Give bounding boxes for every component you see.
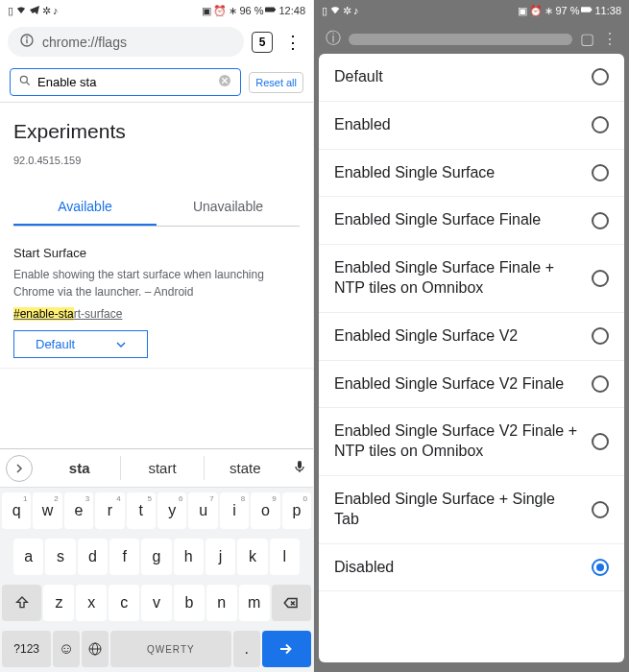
key-r[interactable]: r4 [95,492,124,529]
key-h[interactable]: h [174,539,204,575]
wifi-icon [329,4,341,17]
option-row[interactable]: Disabled [319,544,624,592]
suggestion-3[interactable]: state [205,456,286,480]
notification-icon: ▯ [8,5,13,17]
radio-icon[interactable] [592,212,609,229]
status-left-icons: ▯ ✲ ♪ [322,4,359,17]
tab-unavailable[interactable]: Unavailable [157,189,300,226]
option-row[interactable]: Enabled Single Surface Finale + NTP tile… [319,245,624,313]
shift-key[interactable] [2,585,41,621]
radio-icon[interactable] [592,375,609,393]
overflow-menu-icon[interactable]: ⋮ [280,34,305,51]
key-f[interactable]: f [109,539,139,575]
key-k[interactable]: k [237,539,267,575]
key-w[interactable]: w2 [33,492,61,529]
option-row[interactable]: Enabled [319,102,624,150]
flag-title: Start Surface [13,246,300,260]
period-key[interactable]: . [233,631,260,667]
overflow-menu-icon: ⋮ [602,30,617,48]
omnibox[interactable]: chrome://flags [8,27,244,57]
battery-icon [265,4,277,17]
keyboard-row-1: q1w2e3r4t5y6u7i8o9p0 [0,488,313,534]
keyboard-row-2: asdfghjkl [0,534,313,580]
svg-rect-13 [591,9,592,11]
radio-icon[interactable] [592,68,609,85]
omnibox-text: chrome://flags [42,35,127,50]
radio-icon[interactable] [592,501,609,518]
search-box[interactable] [10,68,241,96]
nfc-icon: ▣ [202,5,211,17]
option-row[interactable]: Enabled Single Surface + Single Tab [319,476,624,544]
key-m[interactable]: m [239,585,270,621]
flag-dropdown[interactable]: Default [13,330,148,358]
key-x[interactable]: x [76,585,107,621]
clock-text: 12:48 [278,5,305,16]
emoji-key[interactable]: ☺ [53,631,80,667]
option-row[interactable]: Enabled Single Surface V2 Finale [319,361,624,409]
notification-icon: ▯ [322,5,327,17]
key-q[interactable]: q1 [2,492,31,529]
flag-tag[interactable]: #enable-start-surface [13,307,122,321]
space-key[interactable]: QWERTY [110,631,231,667]
key-s[interactable]: s [45,539,75,575]
key-g[interactable]: g [141,539,171,575]
suggestion-2[interactable]: start [121,456,204,480]
telegram-icon [29,4,40,17]
suggestion-expand-icon[interactable] [6,455,33,482]
search-input[interactable] [37,75,211,89]
radio-icon[interactable] [592,164,609,181]
option-row[interactable]: Default [319,54,624,102]
suggestion-1[interactable]: sta [38,456,121,480]
key-y[interactable]: y6 [157,492,186,529]
radio-icon[interactable] [592,270,609,287]
info-icon [19,33,35,51]
radio-icon[interactable] [592,433,609,450]
radio-icon[interactable] [592,327,609,345]
key-l[interactable]: l [270,539,300,575]
key-t[interactable]: t5 [127,492,156,529]
key-v[interactable]: v [141,585,172,621]
key-a[interactable]: a [13,539,43,575]
key-b[interactable]: b [174,585,205,621]
option-row[interactable]: Enabled Single Surface V2 Finale + NTP t… [319,408,624,476]
key-d[interactable]: d [78,539,108,575]
key-n[interactable]: n [206,585,237,621]
search-icon [18,74,32,90]
key-i[interactable]: i8 [220,492,249,529]
enter-key[interactable] [262,631,311,667]
status-bar: ▯ ✲ ♪ ▣ ⏰ ∗ 96 % 12:48 [0,0,313,21]
option-row[interactable]: Enabled Single Surface V2 [319,313,624,361]
keyboard-row-3: zxcvbnm [0,580,313,626]
key-u[interactable]: u7 [188,492,217,529]
language-key[interactable] [82,631,109,667]
radio-icon[interactable] [592,116,609,133]
tiktok-icon: ♪ [353,5,359,16]
clear-icon[interactable] [217,73,232,91]
option-label: Default [334,67,383,87]
reset-all-button[interactable]: Reset all [249,72,303,93]
mic-icon[interactable] [286,459,313,478]
alarm-icon: ⏰ [213,5,227,17]
dimmed-omnibox-row: ⓘ ▢ ⋮ [314,21,629,57]
page-title: Experiments [13,120,300,143]
key-j[interactable]: j [206,539,235,575]
key-z[interactable]: z [43,585,74,621]
status-left-icons: ▯ ✲ ♪ [8,4,59,17]
key-p[interactable]: p0 [282,492,311,529]
wifi-icon [15,4,27,17]
radio-icon[interactable] [592,559,609,576]
omnibox-row: chrome://flags 5 ⋮ [0,21,313,62]
backspace-key[interactable] [272,585,311,621]
tabs-button[interactable]: 5 [252,32,273,53]
key-e[interactable]: e3 [64,492,93,529]
flag-item: Start Surface Enable showing the start s… [0,227,313,369]
option-row[interactable]: Enabled Single Surface [319,150,624,198]
key-o[interactable]: o9 [251,492,279,529]
numbers-key[interactable]: ?123 [2,631,51,667]
keyboard-row-4: ?123 ☺ QWERTY . [0,626,313,672]
tab-row: Available Unavailable [13,189,300,227]
key-c[interactable]: c [109,585,139,621]
battery-icon [581,4,593,17]
option-row[interactable]: Enabled Single Surface Finale [319,197,624,245]
tab-available[interactable]: Available [13,189,157,226]
